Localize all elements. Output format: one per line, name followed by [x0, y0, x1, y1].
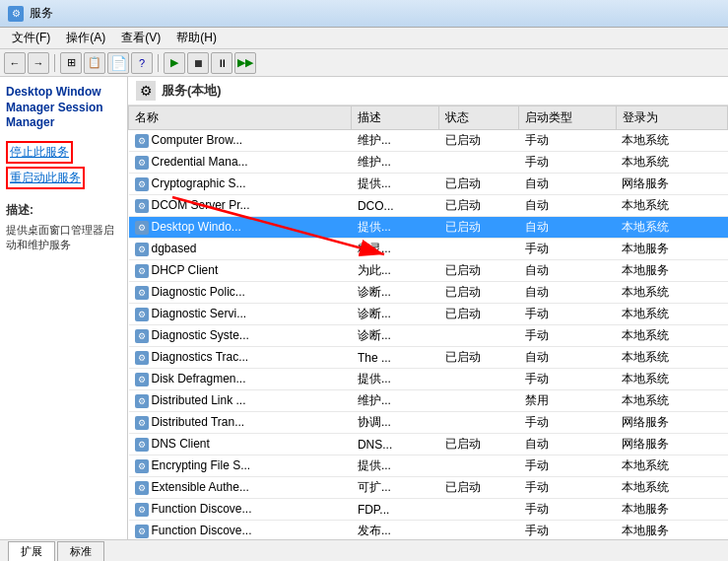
table-row[interactable]: ⚙Diagnostic Polic...诊断...已启动自动本地系统 — [129, 282, 728, 304]
service-name-cell: ⚙dgbased — [129, 239, 352, 260]
service-status-cell: 已启动 — [439, 130, 519, 152]
menu-action[interactable]: 操作(A) — [58, 28, 113, 48]
service-name-cell: ⚙DNS Client — [129, 434, 352, 456]
stop-service-link[interactable]: 停止此服务 — [6, 141, 73, 164]
service-desc-cell: DCO... — [352, 195, 439, 217]
service-desc-cell: 诊断... — [352, 325, 439, 347]
service-desc-cell: 发布... — [352, 521, 439, 540]
left-panel-service-name: Desktop Window Manager Session Manager — [6, 85, 121, 131]
service-start-cell: 手动 — [519, 456, 617, 477]
table-row[interactable]: ⚙Distributed Tran...协调...手动网络服务 — [129, 412, 728, 434]
service-start-cell: 手动 — [519, 499, 617, 521]
table-row[interactable]: ⚙Encrypting File S...提供...手动本地系统 — [129, 456, 728, 477]
table-row[interactable]: ⚙DCOM Server Pr...DCO...已启动自动本地系统 — [129, 195, 728, 217]
service-name-cell: ⚙Function Discove... — [129, 521, 352, 540]
service-login-cell: 本地系统 — [616, 282, 727, 304]
title-bar: ⚙ 服务 — [0, 0, 728, 28]
service-desc-cell: 为此... — [352, 260, 439, 282]
description-label: 描述: — [6, 202, 121, 219]
show-panel-button[interactable]: ⊞ — [60, 52, 82, 74]
table-row[interactable]: ⚙DNS ClientDNS...已启动自动网络服务 — [129, 434, 728, 456]
table-row[interactable]: ⚙Computer Brow...维护...已启动手动本地系统 — [129, 130, 728, 152]
service-start-cell: 手动 — [519, 239, 617, 260]
restart-service-link[interactable]: 重启动此服务 — [6, 167, 85, 189]
properties-button[interactable]: 📄 — [107, 52, 129, 74]
service-start-cell: 自动 — [519, 282, 617, 304]
service-status-cell — [439, 325, 519, 347]
back-button[interactable]: ← — [4, 52, 26, 74]
service-start-cell: 自动 — [519, 174, 617, 195]
service-status-cell — [439, 152, 519, 174]
col-header-desc[interactable]: 描述 — [352, 106, 439, 130]
window-title: 服务 — [30, 5, 53, 22]
service-login-cell: 网络服务 — [616, 434, 727, 456]
service-desc-cell: 提供... — [352, 174, 439, 195]
table-row[interactable]: ⚙Disk Defragmen...提供...手动本地系统 — [129, 369, 728, 390]
service-desc-cell: The ... — [352, 347, 439, 369]
help-button[interactable]: ? — [131, 52, 153, 74]
service-name-cell: ⚙Extensible Authe... — [129, 477, 352, 499]
menu-view[interactable]: 查看(V) — [113, 28, 168, 48]
service-status-cell: 已启动 — [439, 434, 519, 456]
service-login-cell: 本地系统 — [616, 325, 727, 347]
table-row[interactable]: ⚙Function Discove...FDP...手动本地服务 — [129, 499, 728, 521]
table-row[interactable]: ⚙DHCP Client为此...已启动自动本地服务 — [129, 260, 728, 282]
services-table-container[interactable]: 名称 描述 状态 启动类型 登录为 ⚙Computer Brow...维护...… — [128, 105, 728, 539]
copy-button[interactable]: 📋 — [84, 52, 105, 74]
table-row[interactable]: ⚙Function Discove...发布...手动本地服务 — [129, 521, 728, 540]
service-desc-cell: 可扩... — [352, 477, 439, 499]
services-table: 名称 描述 状态 启动类型 登录为 ⚙Computer Brow...维护...… — [128, 105, 728, 539]
table-row[interactable]: ⚙Diagnostic Syste...诊断...手动本地系统 — [129, 325, 728, 347]
menu-file[interactable]: 文件(F) — [4, 28, 58, 48]
col-header-status[interactable]: 状态 — [439, 106, 519, 130]
stop-button[interactable]: ⏹ — [187, 52, 209, 74]
start-button[interactable]: ▶ — [164, 52, 185, 74]
service-name-cell: ⚙Distributed Tran... — [129, 412, 352, 434]
table-row[interactable]: ⚙Desktop Windo...提供...已启动自动本地系统 — [129, 217, 728, 239]
toolbar-separator-1 — [54, 54, 55, 72]
service-name-cell: ⚙DHCP Client — [129, 260, 352, 282]
col-header-name[interactable]: 名称 — [129, 106, 352, 130]
service-status-cell: 已启动 — [439, 477, 519, 499]
service-login-cell: 本地系统 — [616, 130, 727, 152]
table-row[interactable]: ⚙Diagnostic Servi...诊断...已启动手动本地系统 — [129, 304, 728, 325]
service-start-cell: 自动 — [519, 195, 617, 217]
col-header-start[interactable]: 启动类型 — [519, 106, 617, 130]
service-name-cell: ⚙Distributed Link ... — [129, 390, 352, 412]
table-row[interactable]: ⚙Extensible Authe...可扩...已启动手动本地系统 — [129, 477, 728, 499]
service-desc-cell: 维护... — [352, 390, 439, 412]
service-name-cell: ⚙Cryptographic S... — [129, 174, 352, 195]
service-status-cell: 已启动 — [439, 217, 519, 239]
table-row[interactable]: ⚙Diagnostics Trac...The ...已启动自动本地系统 — [129, 347, 728, 369]
table-row[interactable]: ⚙Distributed Link ...维护...禁用本地系统 — [129, 390, 728, 412]
table-row[interactable]: ⚙Credential Mana...维护...手动本地系统 — [129, 152, 728, 174]
table-row[interactable]: ⚙dgbased精灵...手动本地服务 — [129, 239, 728, 260]
service-login-cell: 本地系统 — [616, 152, 727, 174]
col-header-login[interactable]: 登录为 — [616, 106, 727, 130]
service-start-cell: 手动 — [519, 412, 617, 434]
service-status-cell — [439, 456, 519, 477]
service-start-cell: 手动 — [519, 325, 617, 347]
tab-standard[interactable]: 标准 — [57, 541, 104, 561]
service-name-cell: ⚙Computer Brow... — [129, 130, 352, 152]
service-login-cell: 本地服务 — [616, 499, 727, 521]
right-panel-header: ⚙ 服务(本地) — [128, 77, 728, 105]
service-desc-cell: 维护... — [352, 130, 439, 152]
tab-extended[interactable]: 扩展 — [8, 541, 55, 561]
service-desc-cell: 提供... — [352, 217, 439, 239]
service-login-cell: 本地系统 — [616, 217, 727, 239]
service-login-cell: 本地系统 — [616, 477, 727, 499]
service-status-cell: 已启动 — [439, 195, 519, 217]
service-start-cell: 手动 — [519, 304, 617, 325]
table-row[interactable]: ⚙Cryptographic S...提供...已启动自动网络服务 — [129, 174, 728, 195]
forward-button[interactable]: → — [28, 52, 49, 74]
pause-button[interactable]: ⏸ — [211, 52, 232, 74]
right-panel: ⚙ 服务(本地) 名称 描述 状态 启动类型 登录为 — [128, 77, 728, 539]
service-start-cell: 自动 — [519, 434, 617, 456]
service-name-cell: ⚙DCOM Server Pr... — [129, 195, 352, 217]
service-desc-cell: 诊断... — [352, 282, 439, 304]
menu-help[interactable]: 帮助(H) — [168, 28, 225, 48]
left-panel: Desktop Window Manager Session Manager 停… — [0, 77, 128, 539]
restart-button[interactable]: ▶▶ — [234, 52, 256, 74]
service-login-cell: 本地系统 — [616, 369, 727, 390]
